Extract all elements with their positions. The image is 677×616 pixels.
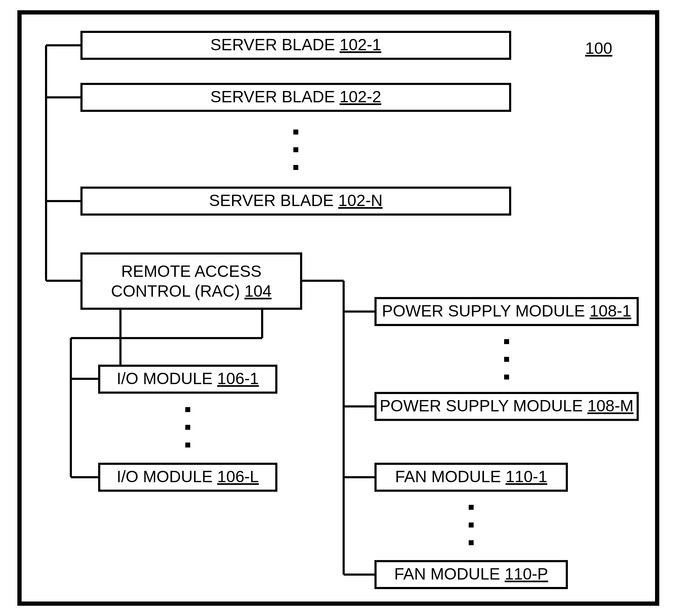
dot	[293, 147, 298, 152]
dot	[504, 357, 509, 362]
dot	[469, 505, 474, 510]
dot	[293, 165, 298, 170]
dot	[185, 407, 190, 412]
dot	[293, 130, 298, 135]
fan-p-label: FAN MODULE 110-P	[394, 565, 548, 583]
rac-line2: CONTROL (RAC) 104	[111, 282, 271, 300]
dot	[504, 375, 509, 380]
chassis-ref: 100	[585, 39, 613, 57]
dot	[185, 443, 190, 447]
dot	[469, 523, 474, 527]
dot	[504, 339, 509, 344]
dot	[469, 540, 474, 545]
diagram: 100 SERVER BLADE 102-1 SERVER BLADE 102-…	[0, 0, 677, 616]
server-blade-2-label: SERVER BLADE 102-2	[210, 87, 381, 106]
dot	[185, 425, 190, 430]
fan-1-label: FAN MODULE 110-1	[395, 467, 547, 486]
server-blade-n-label: SERVER BLADE 102-N	[209, 191, 383, 210]
psu-1-label: POWER SUPPLY MODULE 108-1	[382, 302, 631, 320]
psu-m-label: POWER SUPPLY MODULE 108-M	[380, 397, 634, 415]
io-l-label: I/O MODULE 106-L	[117, 467, 259, 486]
io-1-label: I/O MODULE 106-1	[117, 369, 259, 388]
server-blade-1-label: SERVER BLADE 102-1	[210, 35, 381, 54]
rac-line1: REMOTE ACCESS	[121, 262, 261, 280]
